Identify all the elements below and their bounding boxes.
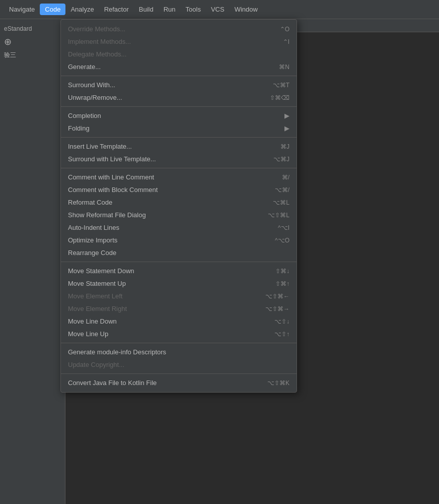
separator-6	[61, 343, 297, 343]
menu-item-generate-module-info[interactable]: Generate module-info Descriptors	[61, 346, 297, 358]
separator-3	[61, 137, 297, 138]
menu-section-4: Insert Live Template... ⌘J Surround with…	[61, 139, 297, 166]
menu-item-surround-live-template[interactable]: Surround with Live Template... ⌥⌘J	[61, 153, 297, 165]
menu-run[interactable]: Run	[159, 4, 181, 15]
menu-item-implement-methods[interactable]: Implement Methods... ⌃I	[61, 35, 297, 48]
submenu-arrow-completion: ▶	[284, 112, 289, 119]
menu-item-rearrange-code[interactable]: Rearrange Code	[61, 246, 297, 259]
menu-window[interactable]: Window	[230, 4, 263, 15]
menu-section-1: Override Methods... ⌃O Implement Methods…	[61, 22, 297, 74]
menu-item-move-statement-down[interactable]: Move Statement Down ⇧⌘↓	[61, 265, 297, 277]
menu-item-convert-kotlin[interactable]: Convert Java File to Kotlin File ⌥⇧⌘K	[61, 376, 297, 389]
menu-item-generate[interactable]: Generate... ⌘N	[61, 60, 297, 73]
menu-item-insert-live-template[interactable]: Insert Live Template... ⌘J	[61, 140, 297, 153]
menu-item-comment-block[interactable]: Comment with Block Comment ⌥⌘/	[61, 183, 297, 196]
left-panel-title: eStandard	[0, 23, 65, 34]
menu-analyze[interactable]: Analyze	[65, 4, 99, 15]
dropdown-menu: Override Methods... ⌃O Implement Methods…	[60, 19, 297, 393]
menu-item-comment-line[interactable]: Comment with Line Comment ⌘/	[61, 171, 297, 183]
separator-5	[61, 262, 297, 262]
menu-item-folding[interactable]: Folding ▶	[61, 122, 297, 135]
left-panel: eStandard ⊕ 验三	[0, 19, 65, 504]
menu-bar: Navigate Code Analyze Refactor Build Run…	[0, 0, 439, 19]
menu-item-completion[interactable]: Completion ▶	[61, 109, 297, 122]
menu-vcs[interactable]: VCS	[206, 4, 230, 15]
menu-build[interactable]: Build	[134, 4, 159, 15]
menu-section-6: Move Statement Down ⇧⌘↓ Move Statement U…	[61, 264, 297, 341]
menu-section-5: Comment with Line Comment ⌘/ Comment wit…	[61, 170, 297, 260]
menu-navigate[interactable]: Navigate	[4, 4, 40, 15]
menu-item-move-line-down[interactable]: Move Line Down ⌥⇧↓	[61, 315, 297, 328]
menu-item-move-statement-up[interactable]: Move Statement Up ⇧⌘↑	[61, 277, 297, 290]
menu-item-delegate-methods[interactable]: Delegate Methods...	[61, 48, 297, 60]
submenu-arrow-folding: ▶	[284, 124, 289, 132]
separator-2	[61, 106, 297, 107]
menu-item-reformat-code[interactable]: Reformat Code ⌥⌘L	[61, 196, 297, 209]
menu-item-move-line-up[interactable]: Move Line Up ⌥⇧↑	[61, 328, 297, 340]
menu-item-auto-indent[interactable]: Auto-Indent Lines ^⌥I	[61, 221, 297, 234]
left-panel-subtitle: 验三	[0, 49, 65, 61]
menu-item-unwrap-remove[interactable]: Unwrap/Remove... ⇧⌘⌫	[61, 91, 297, 104]
menu-section-7: Generate module-info Descriptors Update …	[61, 345, 297, 372]
separator-7	[61, 373, 297, 374]
menu-item-optimize-imports[interactable]: Optimize Imports ^⌥O	[61, 234, 297, 246]
menu-item-override-methods[interactable]: Override Methods... ⌃O	[61, 23, 297, 35]
menu-item-show-reformat[interactable]: Show Reformat File Dialog ⌥⇧⌘L	[61, 209, 297, 221]
separator-1	[61, 76, 297, 76]
menu-refactor[interactable]: Refactor	[99, 4, 134, 15]
menu-item-surround-with[interactable]: Surround With... ⌥⌘T	[61, 79, 297, 91]
menu-item-move-element-right[interactable]: Move Element Right ⌥⇧⌘→	[61, 302, 297, 315]
menu-section-3: Completion ▶ Folding ▶	[61, 108, 297, 136]
menu-section-2: Surround With... ⌥⌘T Unwrap/Remove... ⇧⌘…	[61, 78, 297, 105]
menu-item-update-copyright[interactable]: Update Copyright...	[61, 358, 297, 371]
menu-tools[interactable]: Tools	[181, 4, 206, 15]
menu-code[interactable]: Code	[40, 4, 65, 15]
separator-4	[61, 168, 297, 168]
menu-section-8: Convert Java File to Kotlin File ⌥⇧⌘K	[61, 375, 297, 390]
menu-item-move-element-left[interactable]: Move Element Left ⌥⇧⌘←	[61, 290, 297, 302]
